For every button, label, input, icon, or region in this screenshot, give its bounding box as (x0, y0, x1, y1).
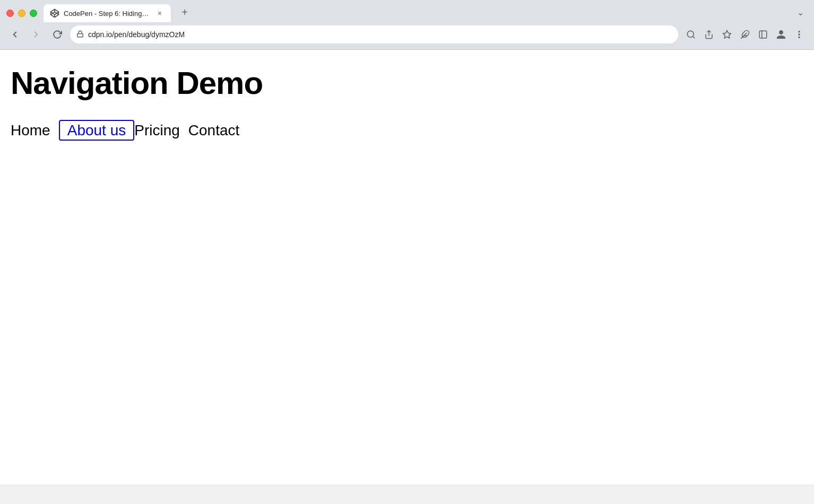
title-bar: CodePen - Step 6: Hiding the l... × + ⌄ (0, 0, 814, 21)
svg-marker-7 (723, 31, 731, 38)
toolbar-actions (682, 26, 808, 43)
close-button[interactable] (6, 10, 14, 17)
svg-line-5 (692, 36, 694, 38)
svg-rect-10 (759, 31, 767, 38)
traffic-lights (6, 10, 37, 17)
svg-point-13 (799, 34, 800, 35)
menu-button[interactable] (791, 26, 808, 43)
tab-expand-button[interactable]: ⌄ (793, 5, 808, 20)
nav-item-pricing[interactable]: Pricing (134, 122, 188, 139)
nav-item-home[interactable]: Home (11, 122, 59, 139)
nav-link-contact[interactable]: Contact (188, 120, 248, 141)
search-button[interactable] (682, 26, 699, 43)
svg-point-14 (799, 37, 800, 38)
browser-content: Navigation Demo Home About us Pricing Co… (0, 49, 814, 484)
minimize-button[interactable] (18, 10, 25, 17)
tab-close-button[interactable]: × (155, 8, 164, 18)
nav-item-about[interactable]: About us (59, 122, 135, 139)
new-tab-button[interactable]: + (177, 5, 192, 20)
nav-link-home[interactable]: Home (11, 120, 59, 141)
share-button[interactable] (700, 26, 717, 43)
lock-icon (76, 30, 84, 39)
nav-item-contact[interactable]: Contact (188, 122, 248, 139)
maximize-button[interactable] (30, 10, 37, 17)
url-display[interactable]: cdpn.io/pen/debug/dymzOzM (88, 30, 672, 39)
page-title: Navigation Demo (11, 66, 803, 101)
extensions-button[interactable] (737, 26, 754, 43)
bookmark-button[interactable] (718, 26, 735, 43)
nav-list: Home About us Pricing Contact (11, 122, 803, 139)
address-bar[interactable]: cdpn.io/pen/debug/dymzOzM (70, 25, 678, 44)
back-button[interactable] (6, 26, 23, 43)
toolbar: cdpn.io/pen/debug/dymzOzM (0, 21, 814, 49)
svg-rect-3 (77, 33, 83, 37)
forward-button[interactable] (28, 26, 45, 43)
nav-menu: Home About us Pricing Contact (11, 122, 803, 139)
browser-chrome: CodePen - Step 6: Hiding the l... × + ⌄ (0, 0, 814, 49)
svg-point-12 (799, 31, 800, 32)
nav-link-pricing[interactable]: Pricing (134, 120, 188, 141)
sidebar-button[interactable] (755, 26, 772, 43)
nav-link-about[interactable]: About us (59, 120, 135, 141)
tab-title: CodePen - Step 6: Hiding the l... (64, 10, 151, 18)
profile-button[interactable] (773, 26, 790, 43)
active-tab[interactable]: CodePen - Step 6: Hiding the l... × (44, 4, 171, 22)
codepen-icon (50, 8, 59, 18)
reload-button[interactable] (49, 26, 66, 43)
